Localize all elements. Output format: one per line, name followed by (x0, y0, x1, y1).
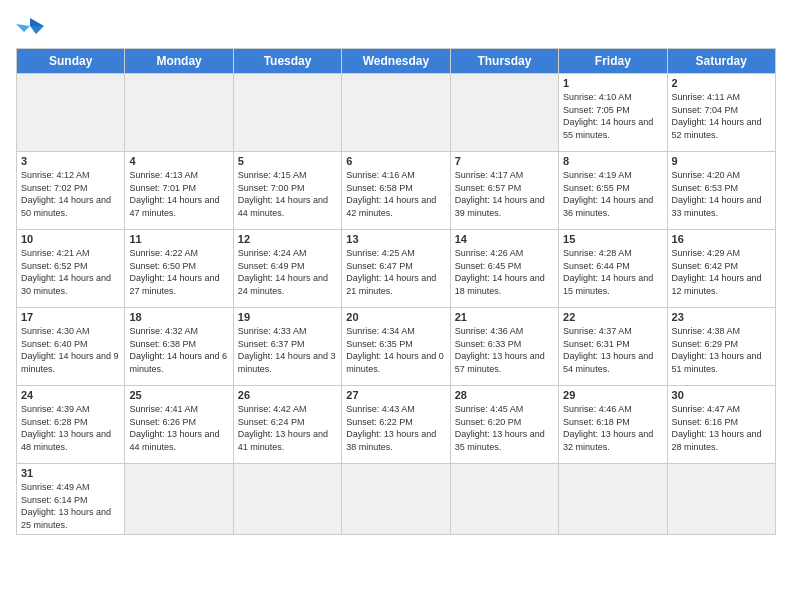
logo-bird-icon (16, 16, 44, 38)
day-number: 12 (238, 233, 337, 245)
day-info: Sunrise: 4:39 AM Sunset: 6:28 PM Dayligh… (21, 403, 120, 453)
day-number: 6 (346, 155, 445, 167)
day-number: 27 (346, 389, 445, 401)
day-number: 8 (563, 155, 662, 167)
calendar-cell: 27Sunrise: 4:43 AM Sunset: 6:22 PM Dayli… (342, 386, 450, 464)
calendar-cell: 29Sunrise: 4:46 AM Sunset: 6:18 PM Dayli… (559, 386, 667, 464)
calendar-cell (125, 464, 233, 535)
day-info: Sunrise: 4:43 AM Sunset: 6:22 PM Dayligh… (346, 403, 445, 453)
calendar-week-row: 1Sunrise: 4:10 AM Sunset: 7:05 PM Daylig… (17, 74, 776, 152)
header (16, 16, 776, 38)
day-info: Sunrise: 4:25 AM Sunset: 6:47 PM Dayligh… (346, 247, 445, 297)
day-info: Sunrise: 4:42 AM Sunset: 6:24 PM Dayligh… (238, 403, 337, 453)
svg-marker-1 (16, 24, 30, 32)
calendar-cell (450, 74, 558, 152)
day-info: Sunrise: 4:24 AM Sunset: 6:49 PM Dayligh… (238, 247, 337, 297)
calendar-cell (233, 464, 341, 535)
day-info: Sunrise: 4:47 AM Sunset: 6:16 PM Dayligh… (672, 403, 771, 453)
calendar-cell: 23Sunrise: 4:38 AM Sunset: 6:29 PM Dayli… (667, 308, 775, 386)
weekday-header: Tuesday (233, 49, 341, 74)
calendar-week-row: 31Sunrise: 4:49 AM Sunset: 6:14 PM Dayli… (17, 464, 776, 535)
day-info: Sunrise: 4:36 AM Sunset: 6:33 PM Dayligh… (455, 325, 554, 375)
day-info: Sunrise: 4:12 AM Sunset: 7:02 PM Dayligh… (21, 169, 120, 219)
day-number: 15 (563, 233, 662, 245)
day-number: 31 (21, 467, 120, 479)
calendar-cell: 20Sunrise: 4:34 AM Sunset: 6:35 PM Dayli… (342, 308, 450, 386)
calendar-table: SundayMondayTuesdayWednesdayThursdayFrid… (16, 48, 776, 535)
day-info: Sunrise: 4:22 AM Sunset: 6:50 PM Dayligh… (129, 247, 228, 297)
calendar-cell: 13Sunrise: 4:25 AM Sunset: 6:47 PM Dayli… (342, 230, 450, 308)
day-info: Sunrise: 4:20 AM Sunset: 6:53 PM Dayligh… (672, 169, 771, 219)
calendar-cell: 6Sunrise: 4:16 AM Sunset: 6:58 PM Daylig… (342, 152, 450, 230)
day-info: Sunrise: 4:37 AM Sunset: 6:31 PM Dayligh… (563, 325, 662, 375)
calendar-cell: 24Sunrise: 4:39 AM Sunset: 6:28 PM Dayli… (17, 386, 125, 464)
day-info: Sunrise: 4:30 AM Sunset: 6:40 PM Dayligh… (21, 325, 120, 375)
calendar-cell: 1Sunrise: 4:10 AM Sunset: 7:05 PM Daylig… (559, 74, 667, 152)
calendar-week-row: 10Sunrise: 4:21 AM Sunset: 6:52 PM Dayli… (17, 230, 776, 308)
calendar-cell: 31Sunrise: 4:49 AM Sunset: 6:14 PM Dayli… (17, 464, 125, 535)
day-number: 11 (129, 233, 228, 245)
calendar-cell: 3Sunrise: 4:12 AM Sunset: 7:02 PM Daylig… (17, 152, 125, 230)
weekday-header: Saturday (667, 49, 775, 74)
calendar-cell (559, 464, 667, 535)
day-number: 14 (455, 233, 554, 245)
day-number: 13 (346, 233, 445, 245)
day-number: 7 (455, 155, 554, 167)
day-number: 17 (21, 311, 120, 323)
page: SundayMondayTuesdayWednesdayThursdayFrid… (0, 0, 792, 612)
day-number: 20 (346, 311, 445, 323)
logo (16, 16, 48, 38)
calendar-week-row: 3Sunrise: 4:12 AM Sunset: 7:02 PM Daylig… (17, 152, 776, 230)
day-info: Sunrise: 4:49 AM Sunset: 6:14 PM Dayligh… (21, 481, 120, 531)
day-number: 23 (672, 311, 771, 323)
day-number: 21 (455, 311, 554, 323)
calendar-cell (17, 74, 125, 152)
day-info: Sunrise: 4:21 AM Sunset: 6:52 PM Dayligh… (21, 247, 120, 297)
day-number: 25 (129, 389, 228, 401)
day-number: 2 (672, 77, 771, 89)
day-number: 28 (455, 389, 554, 401)
calendar-header-row: SundayMondayTuesdayWednesdayThursdayFrid… (17, 49, 776, 74)
day-info: Sunrise: 4:26 AM Sunset: 6:45 PM Dayligh… (455, 247, 554, 297)
calendar-cell (342, 464, 450, 535)
calendar-cell: 8Sunrise: 4:19 AM Sunset: 6:55 PM Daylig… (559, 152, 667, 230)
calendar-week-row: 17Sunrise: 4:30 AM Sunset: 6:40 PM Dayli… (17, 308, 776, 386)
calendar-cell (667, 464, 775, 535)
calendar-cell: 21Sunrise: 4:36 AM Sunset: 6:33 PM Dayli… (450, 308, 558, 386)
calendar-cell (233, 74, 341, 152)
calendar-cell (450, 464, 558, 535)
calendar-cell: 22Sunrise: 4:37 AM Sunset: 6:31 PM Dayli… (559, 308, 667, 386)
day-info: Sunrise: 4:13 AM Sunset: 7:01 PM Dayligh… (129, 169, 228, 219)
day-info: Sunrise: 4:45 AM Sunset: 6:20 PM Dayligh… (455, 403, 554, 453)
calendar-cell: 4Sunrise: 4:13 AM Sunset: 7:01 PM Daylig… (125, 152, 233, 230)
day-number: 30 (672, 389, 771, 401)
day-info: Sunrise: 4:41 AM Sunset: 6:26 PM Dayligh… (129, 403, 228, 453)
day-info: Sunrise: 4:17 AM Sunset: 6:57 PM Dayligh… (455, 169, 554, 219)
calendar-cell: 14Sunrise: 4:26 AM Sunset: 6:45 PM Dayli… (450, 230, 558, 308)
weekday-header: Sunday (17, 49, 125, 74)
day-number: 24 (21, 389, 120, 401)
calendar-cell (342, 74, 450, 152)
day-number: 4 (129, 155, 228, 167)
calendar-cell: 10Sunrise: 4:21 AM Sunset: 6:52 PM Dayli… (17, 230, 125, 308)
day-info: Sunrise: 4:38 AM Sunset: 6:29 PM Dayligh… (672, 325, 771, 375)
day-number: 5 (238, 155, 337, 167)
day-info: Sunrise: 4:46 AM Sunset: 6:18 PM Dayligh… (563, 403, 662, 453)
weekday-header: Friday (559, 49, 667, 74)
day-info: Sunrise: 4:16 AM Sunset: 6:58 PM Dayligh… (346, 169, 445, 219)
day-info: Sunrise: 4:29 AM Sunset: 6:42 PM Dayligh… (672, 247, 771, 297)
day-number: 26 (238, 389, 337, 401)
calendar-cell: 28Sunrise: 4:45 AM Sunset: 6:20 PM Dayli… (450, 386, 558, 464)
day-info: Sunrise: 4:15 AM Sunset: 7:00 PM Dayligh… (238, 169, 337, 219)
calendar-cell: 25Sunrise: 4:41 AM Sunset: 6:26 PM Dayli… (125, 386, 233, 464)
calendar-cell: 30Sunrise: 4:47 AM Sunset: 6:16 PM Dayli… (667, 386, 775, 464)
day-info: Sunrise: 4:34 AM Sunset: 6:35 PM Dayligh… (346, 325, 445, 375)
day-number: 29 (563, 389, 662, 401)
calendar-cell: 19Sunrise: 4:33 AM Sunset: 6:37 PM Dayli… (233, 308, 341, 386)
calendar-cell: 15Sunrise: 4:28 AM Sunset: 6:44 PM Dayli… (559, 230, 667, 308)
day-number: 22 (563, 311, 662, 323)
day-info: Sunrise: 4:10 AM Sunset: 7:05 PM Dayligh… (563, 91, 662, 141)
calendar-week-row: 24Sunrise: 4:39 AM Sunset: 6:28 PM Dayli… (17, 386, 776, 464)
svg-marker-0 (30, 18, 44, 26)
svg-marker-2 (30, 26, 44, 34)
